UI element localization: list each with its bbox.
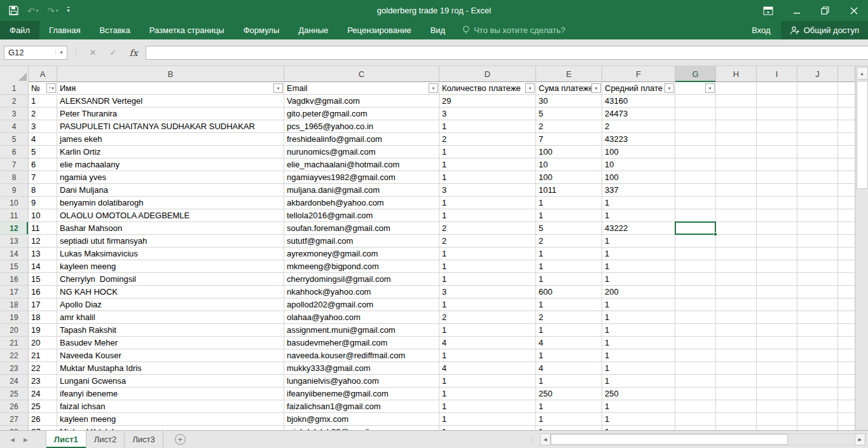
row-header-26[interactable]: 26 [0,400,29,413]
cell-A10[interactable]: 9 [29,197,57,209]
cell-H27[interactable] [716,413,757,426]
cell-C7[interactable]: elie_machaalani@hotmail.com [284,158,439,171]
cell-J16[interactable] [797,273,838,286]
cell-A4[interactable]: 3 [29,120,57,133]
cell-J8[interactable] [797,171,838,184]
row-header-19[interactable]: 19 [0,311,29,324]
cell-H18[interactable] [716,298,757,311]
cell-I24[interactable] [757,375,797,388]
cell-F22[interactable]: 1 [602,349,675,362]
cell-J11[interactable] [797,209,838,222]
cell-B21[interactable]: Basudev Meher [57,337,284,349]
cell-C8[interactable]: ngamiayves1982@gmail.com [284,171,439,184]
cell-D14[interactable]: 1 [439,248,536,260]
cell-G25[interactable] [675,388,716,400]
cell-C23[interactable]: mukky333@gmail.com [284,362,439,375]
cell-B23[interactable]: Muktar Mustapha Idris [57,362,284,375]
redo-icon[interactable]: ↷▾ [47,6,58,16]
cell-B6[interactable]: Karlin Ortiz [57,146,284,158]
row-header-14[interactable]: 14 [0,248,29,260]
cell-B20[interactable]: Tapash Rakshit [57,324,284,337]
cell-A9[interactable]: 8 [29,184,57,197]
filter-button-G[interactable]: ▾ [705,83,715,93]
vertical-scrollbar[interactable]: ▲ [855,66,868,430]
cell-J23[interactable] [797,362,838,375]
cell-J4[interactable] [797,120,838,133]
cell-K27[interactable] [838,413,855,426]
cell-G15[interactable] [675,260,716,273]
cell-J1[interactable] [797,82,838,95]
cell-F7[interactable]: 10 [602,158,675,171]
cell-B14[interactable]: Lukas Maksimavicius [57,248,284,260]
cell-A21[interactable]: 20 [29,337,57,349]
scroll-left-icon[interactable]: ◀ [540,433,551,445]
cell-F6[interactable]: 100 [602,146,675,158]
cell-B27[interactable]: kayleen meeng [57,413,284,426]
column-header-J[interactable]: J [797,66,838,82]
cell-E25[interactable]: 250 [536,388,602,400]
cell-E17[interactable]: 600 [536,286,602,298]
cell-B5[interactable]: james ekeh [57,133,284,146]
cell-C4[interactable]: pcs_1965@yahoo.co.in [284,120,439,133]
cell-B25[interactable]: ifeanyi ibeneme [57,388,284,400]
column-header-G[interactable]: G [675,66,716,82]
ribbon-tab-вид[interactable]: Вид [421,21,455,39]
cell-C21[interactable]: basudevmeher@gmail.com [284,337,439,349]
cell-C3[interactable]: gito.peter@gmail.com [284,108,439,120]
ribbon-tab-файл[interactable]: Файл [0,21,39,39]
cell-F13[interactable]: 1 [602,235,675,248]
cell-D15[interactable]: 1 [439,260,536,273]
cell-A26[interactable]: 25 [29,400,57,413]
row-header-16[interactable]: 16 [0,273,29,286]
cell-G22[interactable] [675,349,716,362]
cell-J14[interactable] [797,248,838,260]
cell-D21[interactable]: 4 [439,337,536,349]
cell-I14[interactable] [757,248,797,260]
cell-F2[interactable]: 43160 [602,95,675,108]
scroll-up-icon[interactable]: ▲ [857,67,868,80]
cell-H4[interactable] [716,120,757,133]
scroll-right-icon[interactable]: ▶ [855,433,865,445]
cell-C17[interactable]: nkahhock@yahoo.com [284,286,439,298]
cell-A22[interactable]: 21 [29,349,57,362]
close-button[interactable] [839,0,868,21]
cell-A12[interactable]: 11 [29,222,57,235]
horizontal-scrollbar[interactable]: ⋮ ◀ ▶ [528,433,865,445]
cell-D27[interactable]: 1 [439,413,536,426]
cell-G17[interactable] [675,286,716,298]
cell-H9[interactable] [716,184,757,197]
cell-A27[interactable]: 26 [29,413,57,426]
tell-me-box[interactable]: Что вы хотите сделать? [455,21,573,39]
cell-C2[interactable]: Vagdkv@gmail.com [284,95,439,108]
cell-I17[interactable] [757,286,797,298]
cell-K9[interactable] [838,184,855,197]
cell-B10[interactable]: benyamin dolatibarogh [57,197,284,209]
cell-E2[interactable]: 30 [536,95,602,108]
column-header-C[interactable]: C [284,66,439,82]
cell-A13[interactable]: 12 [29,235,57,248]
cell-J22[interactable] [797,349,838,362]
cell-I18[interactable] [757,298,797,311]
cell-F18[interactable]: 1 [602,298,675,311]
customize-qat-icon[interactable]: ▾ [67,8,70,13]
cell-C16[interactable]: cherrydomingsil@gmail.com [284,273,439,286]
cell-C18[interactable]: apollod202@gmail.com [284,298,439,311]
cell-B4[interactable]: PASUPULETI CHAITANYA SUDHAKAR SUDHAKAR [57,120,284,133]
cell-G21[interactable] [675,337,716,349]
cell-A8[interactable]: 7 [29,171,57,184]
cell-K24[interactable] [838,375,855,388]
cell-C5[interactable]: freshidealinfo@gmail.com [284,133,439,146]
row-header-6[interactable]: 6 [0,146,29,158]
cell-H10[interactable] [716,197,757,209]
row-header-8[interactable]: 8 [0,171,29,184]
cell-K16[interactable] [838,273,855,286]
row-header-20[interactable]: 20 [0,324,29,337]
cell-A25[interactable]: 24 [29,388,57,400]
cell-A28[interactable]: 27 [29,426,57,430]
cell-K18[interactable] [838,298,855,311]
cell-I2[interactable] [757,95,797,108]
cell-I4[interactable] [757,120,797,133]
cell-D4[interactable]: 1 [439,120,536,133]
cell-H6[interactable] [716,146,757,158]
cell-C25[interactable]: ifeanyiibeneme@gmail.com [284,388,439,400]
